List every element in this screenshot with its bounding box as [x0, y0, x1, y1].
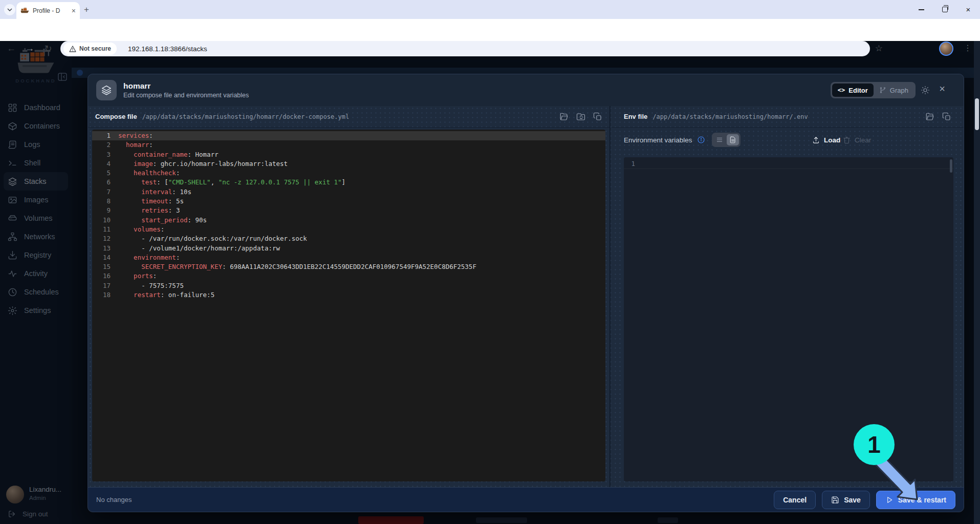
- code-text: - /volume1/docker/homarr:/appdata:rw: [118, 244, 280, 253]
- folder-sync-icon[interactable]: [576, 112, 585, 121]
- folder-open-icon[interactable]: [925, 112, 934, 121]
- code-line[interactable]: 14 environment:: [92, 253, 605, 262]
- editor-tab[interactable]: <> Editor: [832, 83, 874, 97]
- back-button[interactable]: ←: [5, 43, 17, 54]
- scrollbar-thumb[interactable]: [975, 98, 979, 130]
- line-number: 10: [92, 216, 118, 225]
- line-number: 7: [92, 187, 118, 197]
- window-minimize-button[interactable]: [909, 0, 933, 19]
- env-view-toggle: [712, 133, 741, 147]
- code-line[interactable]: 6 test: ["CMD-SHELL", "nc -z 127.0.0.1 7…: [92, 178, 605, 187]
- line-number: 12: [92, 234, 118, 243]
- compose-panel: Compose file /app/data/stacks/mariushost…: [88, 106, 611, 487]
- browser-tab[interactable]: Profile - D ×: [16, 2, 80, 19]
- url-bar[interactable]: Not secure 192.168.1.18:3866/stacks: [60, 41, 870, 56]
- file-text-icon: [729, 136, 736, 143]
- new-tab-button[interactable]: +: [84, 5, 89, 15]
- screen: Profile - D × + × ← → ↻ Not secure 192.1…: [0, 0, 980, 524]
- save-label: Save: [844, 496, 861, 504]
- code-line[interactable]: 15 SECRET_ENCRYPTION_KEY: 698AA11A202C30…: [92, 262, 605, 271]
- save-button[interactable]: Save: [822, 491, 870, 509]
- file-view-button[interactable]: [727, 134, 739, 145]
- cancel-label: Cancel: [783, 496, 807, 504]
- load-button[interactable]: Load: [812, 136, 840, 144]
- save-restart-button[interactable]: Save & restart: [876, 491, 955, 509]
- browser-menu-icon[interactable]: ⋮: [964, 43, 972, 53]
- code-text: container_name: Homarr: [118, 150, 219, 159]
- code-line[interactable]: 17 - 7575:7575: [92, 281, 605, 290]
- code-line[interactable]: 9 retries: 3: [92, 206, 605, 215]
- browser-titlebar: Profile - D × + ×: [0, 0, 980, 19]
- code-line[interactable]: 12 - /var/run/docker.sock:/var/run/docke…: [92, 234, 605, 243]
- folder-open-icon[interactable]: [559, 112, 569, 121]
- env-editor[interactable]: 1: [624, 157, 953, 481]
- env-scrollbar-thumb[interactable]: [950, 159, 952, 173]
- line-number: 14: [92, 253, 118, 262]
- tab-close-icon[interactable]: ×: [72, 7, 76, 14]
- code-line[interactable]: 1services:: [92, 131, 605, 140]
- bookmark-star-icon[interactable]: ☆: [875, 43, 883, 54]
- env-toolbar: Environment variables Loa: [612, 128, 964, 152]
- code-line[interactable]: 7 interval: 10s: [92, 187, 605, 197]
- code-line[interactable]: 3 container_name: Homarr: [92, 150, 605, 159]
- code-text: - 7575:7575: [118, 281, 184, 290]
- code-line[interactable]: 10 start_period: 90s: [92, 216, 605, 225]
- not-secure-label: Not secure: [79, 45, 111, 52]
- line-number: 1: [92, 131, 118, 140]
- info-icon[interactable]: [697, 136, 705, 144]
- modal-header: homarr Edit compose file and environment…: [88, 74, 964, 106]
- tab-search-button[interactable]: [4, 4, 15, 15]
- line-number: 15: [92, 262, 118, 271]
- forward-button[interactable]: →: [24, 43, 36, 54]
- page-scrollbar[interactable]: [974, 41, 980, 524]
- reload-button[interactable]: ↻: [42, 43, 54, 54]
- code-line[interactable]: 2 homarr:: [92, 140, 605, 150]
- code-line[interactable]: 18 restart: on-failure:5: [92, 290, 605, 300]
- modal-close-icon[interactable]: ×: [939, 83, 945, 94]
- code-line[interactable]: 16 ports:: [92, 271, 605, 281]
- edit-stack-modal: homarr Edit compose file and environment…: [88, 74, 964, 512]
- line-number: 1: [624, 159, 640, 169]
- dockhand-favicon-icon: [20, 7, 29, 14]
- compose-editor[interactable]: 1services:2 homarr:3 container_name: Hom…: [92, 130, 605, 481]
- restore-icon: [942, 7, 948, 12]
- code-line[interactable]: 13 - /volume1/docker/homarr:/appdata:rw: [92, 244, 605, 253]
- env-vars-label: Environment variables: [624, 136, 692, 144]
- code-text: interval: 10s: [118, 187, 191, 197]
- cancel-button[interactable]: Cancel: [774, 491, 816, 509]
- theme-toggle-icon[interactable]: [921, 86, 930, 95]
- line-number: 16: [92, 271, 118, 281]
- env-file-path: /app/data/stacks/mariushosting/homarr/.e…: [652, 113, 808, 120]
- code-text: timeout: 5s: [118, 197, 184, 206]
- code-text: ports:: [118, 271, 157, 281]
- line-number: 11: [92, 225, 118, 234]
- compose-file-label: Compose file: [95, 113, 137, 120]
- graph-tab-label: Graph: [890, 87, 908, 94]
- browser-toolbar: ← → ↻ Not secure 192.168.1.18:3866/stack…: [0, 19, 980, 41]
- not-secure-chip[interactable]: Not secure: [63, 43, 117, 55]
- env-line[interactable]: 1: [624, 159, 953, 169]
- save-icon: [831, 496, 839, 504]
- view-toggle: <> Editor Graph: [831, 82, 916, 98]
- code-line[interactable]: 5 healthcheck:: [92, 169, 605, 178]
- copy-icon[interactable]: [593, 112, 602, 121]
- copy-icon[interactable]: [942, 112, 951, 121]
- browser-profile-avatar[interactable]: [939, 41, 953, 56]
- clear-button[interactable]: Clear: [843, 136, 871, 144]
- graph-tab[interactable]: Graph: [874, 83, 914, 97]
- code-line[interactable]: 4 image: ghcr.io/homarr-labs/homarr:late…: [92, 159, 605, 169]
- line-number: 6: [92, 178, 118, 187]
- line-number: 9: [92, 206, 118, 215]
- tab-title: Profile - D: [33, 7, 66, 14]
- code-line[interactable]: 8 timeout: 5s: [92, 197, 605, 206]
- code-text: - /var/run/docker.sock:/var/run/docker.s…: [118, 234, 307, 243]
- code-text: test: ["CMD-SHELL", "nc -z 127.0.0.1 757…: [118, 178, 345, 187]
- clear-label: Clear: [855, 136, 871, 144]
- window-restore-button[interactable]: [933, 0, 956, 19]
- window-close-button[interactable]: ×: [956, 0, 980, 19]
- window-controls: ×: [909, 0, 980, 19]
- code-icon: <>: [838, 87, 845, 94]
- stack-icon: [96, 80, 117, 100]
- list-view-button[interactable]: [713, 134, 726, 145]
- code-line[interactable]: 11 volumes:: [92, 225, 605, 234]
